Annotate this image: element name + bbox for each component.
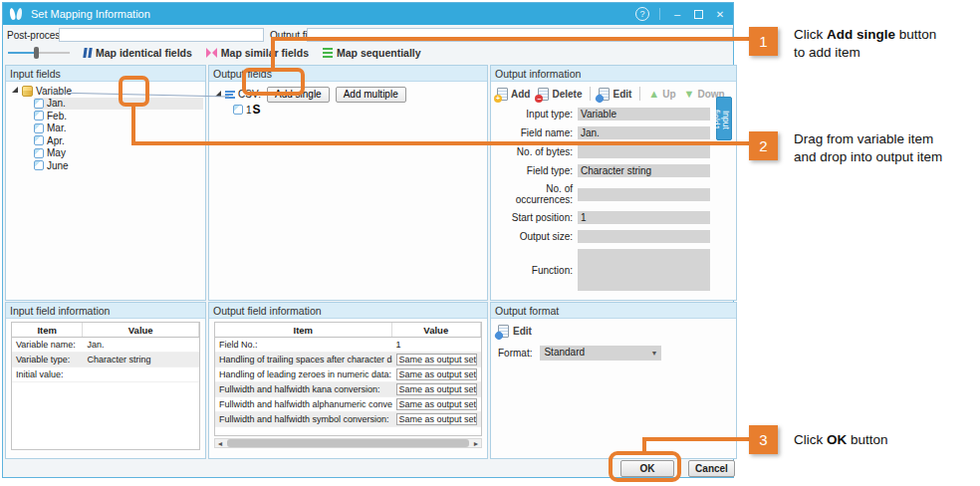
app-icon: [9, 7, 23, 21]
minimize-icon[interactable]: –: [670, 8, 684, 20]
field-name-label: Field name:: [491, 127, 573, 138]
table-row[interactable]: Variable name: Jan.: [12, 338, 199, 353]
screen: Set Mapping Information ? – ✕ Post-proce…: [0, 0, 980, 486]
format-dropdown[interactable]: Standard ▼: [540, 346, 661, 361]
table-row[interactable]: Variable type: Character string: [12, 353, 199, 367]
field-name-value: Jan.: [578, 126, 710, 139]
field-icon: [34, 135, 44, 145]
titlebar-separator: [659, 8, 660, 20]
field-icon: [233, 105, 243, 115]
step-1-text: Click Add single button to add item: [794, 26, 936, 61]
map-similar-fields-button[interactable]: Map similar fields: [206, 47, 309, 59]
step-3-badge: 3: [749, 425, 778, 454]
help-icon[interactable]: ?: [635, 7, 649, 21]
output-information-toolbar: + Add – Delete Edit ▲ Up ▼: [491, 82, 736, 106]
input-fields-panel: Input fields Variable Jan. Feb. Mar. Apr: [5, 65, 206, 301]
add-multiple-button[interactable]: Add multiple: [336, 87, 406, 103]
start-position-label: Start position:: [491, 212, 573, 223]
scroll-right-icon[interactable]: ►: [471, 440, 481, 447]
value-cell[interactable]: Same as output settings: [396, 398, 477, 410]
post-processing-input[interactable]: [59, 28, 264, 42]
input-type-label: Input type:: [491, 109, 573, 120]
table-row[interactable]: Fullwidth and halfwidth symbol conversio…: [215, 412, 481, 427]
tree-item-mar[interactable]: Mar.: [34, 122, 203, 135]
step-1-badge: 1: [749, 27, 778, 56]
maximize-icon[interactable]: [694, 10, 703, 19]
output-fields-tree: CSV: Add single Add multiple 1 S: [209, 82, 487, 117]
input-field-information-panel: Input field information Item Value Varia…: [5, 302, 206, 459]
drag-cursor-badge: S: [253, 103, 261, 117]
horizontal-scrollbar[interactable]: ◄ ►: [214, 438, 482, 448]
add-single-button[interactable]: Add single: [267, 87, 330, 103]
no-of-bytes-label: No. of bytes:: [491, 146, 573, 157]
step-3-text: Click OK button: [794, 431, 888, 449]
mapping-toolbar: Map identical fields Map similar fields …: [3, 43, 735, 63]
set-mapping-dialog: Set Mapping Information ? – ✕ Post-proce…: [2, 2, 734, 478]
edit-icon: [599, 88, 610, 101]
up-arrow-icon: ▲: [648, 88, 659, 100]
output-fields-header: Output fields: [209, 66, 487, 82]
field-type-value: Character string: [578, 164, 710, 177]
occurrences-value: [578, 188, 710, 201]
output-format-panel: Output format Edit Format: Standard ▼: [490, 302, 737, 459]
output-information-header: Output information: [491, 66, 736, 82]
tree-node-csv[interactable]: CSV: Add single Add multiple: [213, 85, 485, 104]
ok-button[interactable]: OK: [620, 460, 674, 477]
function-label: Function:: [491, 265, 573, 276]
toolbar-separator: [639, 87, 640, 101]
field-icon: [34, 99, 44, 109]
output-field-information-table: Item Value Field No.: 1 Handling of trai…: [214, 322, 482, 436]
tree-item-feb[interactable]: Feb.: [34, 110, 203, 122]
close-icon[interactable]: ✕: [713, 9, 727, 20]
tree-item-may[interactable]: May: [34, 147, 203, 160]
table-row[interactable]: Initial value:: [12, 367, 199, 382]
value-cell[interactable]: Same as output settings: [396, 368, 477, 380]
value-cell[interactable]: Same as output settings: [396, 354, 477, 365]
scrollbar-thumb[interactable]: [227, 439, 469, 447]
table-row[interactable]: Fullwidth and halfwidth alphanumeric con…: [215, 397, 481, 412]
table-row[interactable]: Handling of trailing spaces after charac…: [215, 353, 481, 367]
variable-icon: [22, 86, 33, 97]
tree-item-output-1[interactable]: 1 S: [233, 104, 485, 117]
csv-icon: [225, 91, 235, 99]
field-icon: [34, 160, 44, 170]
field-type-label: Field type:: [491, 165, 573, 176]
field-icon: [34, 111, 44, 121]
map-identical-fields-button[interactable]: Map identical fields: [84, 47, 192, 59]
tree-item-jan[interactable]: Jan.: [34, 98, 203, 111]
output-size-label: Output size:: [491, 231, 573, 242]
map-identical-icon: [83, 48, 92, 58]
input-field1-tab[interactable]: Input field1: [716, 97, 732, 140]
up-button[interactable]: ▲ Up: [648, 88, 675, 100]
table-row[interactable]: Fullwidth and halfwidth kana conversion:…: [215, 382, 481, 397]
window-title: Set Mapping Information: [31, 8, 150, 20]
output-format-header: Output format: [491, 303, 736, 319]
titlebar: Set Mapping Information ? – ✕: [3, 3, 733, 25]
output-size-value: [578, 230, 710, 243]
table-row[interactable]: Field No.: 1: [215, 338, 481, 353]
add-button[interactable]: + Add: [497, 88, 530, 101]
tree-node-variable[interactable]: Variable: [10, 85, 203, 98]
expander-icon[interactable]: [12, 87, 18, 93]
scroll-left-icon[interactable]: ◄: [215, 440, 225, 447]
edit-icon: [498, 325, 509, 338]
expander-icon[interactable]: [215, 91, 221, 97]
map-sequentially-button[interactable]: Map sequentially: [323, 47, 421, 59]
cancel-button[interactable]: Cancel: [688, 460, 735, 477]
format-edit-button[interactable]: Edit: [491, 319, 736, 338]
tree-item-june[interactable]: June: [34, 159, 203, 172]
output-field-information-panel: Output field information Item Value Fiel…: [208, 302, 488, 459]
edit-button[interactable]: Edit: [599, 88, 631, 101]
value-cell[interactable]: Same as output settings: [396, 383, 477, 395]
output-file-input[interactable]: [307, 28, 733, 42]
delete-button[interactable]: – Delete: [538, 88, 582, 101]
tree-item-apr[interactable]: Apr.: [34, 134, 203, 147]
slider-handle[interactable]: [34, 47, 39, 59]
start-position-value: 1: [578, 211, 710, 224]
input-fields-header: Input fields: [6, 66, 205, 82]
table-row[interactable]: Handling of leading zeroes in numeric da…: [215, 367, 481, 382]
step-2-text: Drag from variable item and drop into ou…: [794, 130, 942, 165]
field-icon: [34, 148, 44, 158]
value-cell[interactable]: Same as output settings: [396, 413, 477, 425]
zoom-slider[interactable]: [8, 46, 70, 60]
